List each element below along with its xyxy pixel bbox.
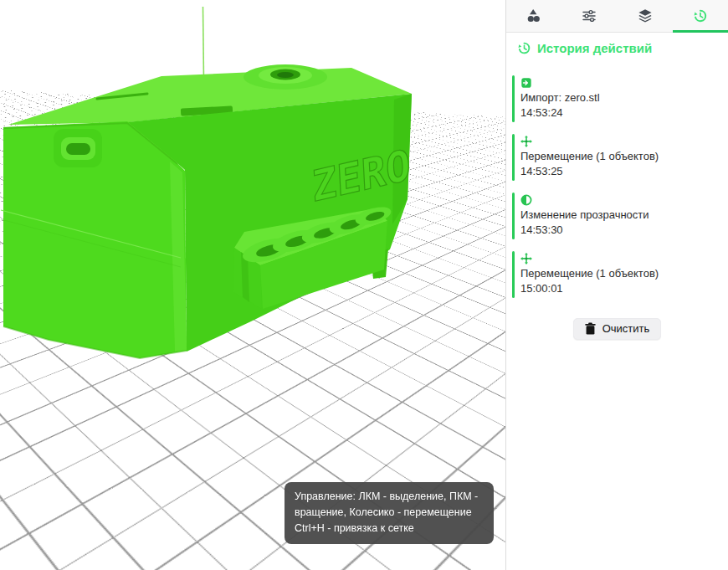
- sliders-icon: [582, 8, 597, 23]
- panel-tabbar: [506, 0, 728, 33]
- history-item-time: 14:53:30: [520, 223, 715, 238]
- tab-layers[interactable]: [618, 0, 673, 32]
- history-item-time: 15:00:01: [520, 281, 715, 296]
- history-icon: [693, 8, 708, 23]
- history-icon: [517, 41, 531, 55]
- import-icon: [520, 77, 532, 89]
- move-icon: [520, 136, 532, 147]
- trash-icon: [585, 322, 596, 335]
- tooltip-line: Управление: ЛКМ - выделение, ПКМ -: [295, 489, 484, 505]
- history-item-label: Перемещение (1 объектов): [520, 149, 715, 164]
- opacity-icon: [520, 194, 532, 206]
- history-item[interactable]: Изменение прозрачности 14:53:30: [512, 193, 720, 239]
- panel-title-text: История действий: [537, 41, 652, 55]
- move-icon: [520, 253, 532, 264]
- tab-history[interactable]: [673, 0, 728, 32]
- clear-history-button[interactable]: Очистить: [573, 318, 662, 340]
- tab-settings[interactable]: [561, 0, 617, 32]
- controls-tooltip: Управление: ЛКМ - выделение, ПКМ - враще…: [285, 482, 494, 544]
- history-item[interactable]: Перемещение (1 объектов) 14:53:25: [512, 134, 720, 181]
- history-item-time: 14:53:24: [520, 105, 715, 121]
- 3d-viewport[interactable]: ZERO Управление: ЛКМ - выделение, ПКМ - …: [0, 0, 505, 570]
- history-item-label: Изменение прозрачности: [520, 208, 715, 223]
- clear-button-label: Очистить: [602, 322, 650, 335]
- history-list: Импорт: zero.stl 14:53:24 Перемещение (1…: [512, 75, 720, 298]
- layers-icon: [638, 8, 653, 23]
- panel-title: История действий: [517, 41, 728, 55]
- history-item[interactable]: Перемещение (1 объектов) 15:00:01: [512, 251, 720, 298]
- history-item-label: Перемещение (1 объектов): [520, 266, 715, 281]
- history-panel: История действий Импорт: zero.stl 14:53:…: [505, 0, 728, 570]
- model-antenna: [203, 7, 204, 81]
- history-item-label: Импорт: zero.stl: [520, 90, 715, 105]
- tab-objects[interactable]: [506, 0, 561, 32]
- history-item-time: 14:53:25: [520, 164, 715, 179]
- tooltip-line: Ctrl+H - привязка к сетке: [295, 521, 484, 537]
- objects-icon: [526, 8, 541, 23]
- tooltip-line: вращение, Колесико - перемещение: [295, 505, 484, 521]
- history-item[interactable]: Импорт: zero.stl 14:53:24: [512, 75, 720, 122]
